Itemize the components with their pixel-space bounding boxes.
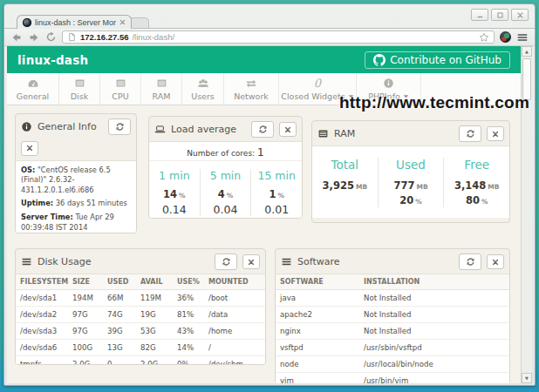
- table-cell: 97G: [68, 323, 103, 340]
- nav-item-label-row: Network: [234, 91, 269, 101]
- back-icon[interactable]: [10, 31, 23, 44]
- minimize-icon[interactable]: [471, 9, 488, 21]
- table-cell: 66M: [103, 290, 136, 307]
- table-cell: /dev/sda1: [16, 290, 68, 307]
- load-average-columns: 1 min14%0.145 min4%0.0415 min1%0.01: [149, 161, 302, 219]
- reload-icon[interactable]: [45, 31, 57, 43]
- table-cell: vsftpd: [276, 340, 359, 356]
- table-cell: 100G: [68, 340, 103, 356]
- refresh-button[interactable]: [215, 253, 237, 270]
- nav-item-general[interactable]: General: [7, 73, 59, 105]
- table-row: node/usr/local/bin/node: [276, 356, 509, 373]
- close-widget-button[interactable]: [242, 254, 260, 269]
- close-widget-button[interactable]: [487, 254, 504, 269]
- ram-amount: 3,148MB: [444, 179, 509, 193]
- nav-item-cpu[interactable]: CPU: [100, 73, 141, 105]
- table-cell: 13G: [103, 340, 136, 356]
- info-field: Server Time: Tue Apr 29 00:39:48 IST 201…: [21, 213, 131, 233]
- window-close-icon[interactable]: [511, 9, 529, 21]
- table-row: /dev/sda397G39G53G43%/home: [16, 323, 265, 340]
- tab-title: linux-dash : Server Mon: [35, 18, 116, 27]
- info-field-label: OS:: [21, 166, 35, 174]
- ram-amount: 3,925MB: [312, 179, 378, 193]
- cores-line: Number of cores: 1: [149, 142, 302, 161]
- table-row: vsftpd/usr/sbin/vsftpd: [276, 340, 509, 356]
- nav-item-label: Network: [234, 91, 269, 101]
- table-row: tmpfs2.0G02.0G0%/dev/shm: [16, 356, 265, 366]
- nav-item-label: RAM: [153, 91, 171, 101]
- star-icon[interactable]: [479, 32, 489, 43]
- app-brand: linux-dash: [17, 53, 88, 67]
- nav-item-label: Disk: [71, 91, 88, 101]
- menu-icon[interactable]: [516, 31, 529, 44]
- table-cell: 2.0G: [68, 356, 103, 366]
- refresh-button[interactable]: [108, 118, 131, 135]
- cores-label: Number of cores:: [187, 149, 255, 158]
- table-cell: /usr/bin/vim: [359, 373, 509, 384]
- table-cell: /: [204, 340, 265, 356]
- nav-item-disk[interactable]: Disk: [59, 73, 100, 105]
- table-cell: 0%: [173, 356, 204, 366]
- info-icon: [383, 78, 394, 90]
- address-bar[interactable]: 172.16.27.56/linux-dash/: [62, 30, 495, 44]
- refresh-button[interactable]: [459, 253, 481, 270]
- widget-title: Software: [297, 256, 340, 267]
- scroll-up-icon[interactable]: ▲: [522, 46, 532, 57]
- cores-value: 1: [257, 146, 264, 159]
- nav-item-users[interactable]: Users: [182, 73, 224, 105]
- load-period-label: 5 min: [201, 169, 251, 182]
- widget-ram: RAM Total3,925MBUsed777MB20%Free3,148MB8…: [311, 120, 510, 223]
- table-cell: java: [276, 290, 359, 307]
- window-controls: [471, 9, 529, 21]
- ram-column: Free3,148MB80%: [443, 158, 509, 207]
- load-period-label: 15 min: [251, 169, 302, 182]
- ram-percent: 80%: [444, 193, 509, 208]
- app-header: linux-dash Contribute on GitHub: [7, 46, 521, 73]
- gauge-icon: [27, 78, 39, 90]
- page-icon: [67, 32, 77, 42]
- close-widget-button[interactable]: [279, 122, 297, 137]
- browser-tab[interactable]: linux-dash : Server Mon: [17, 15, 132, 29]
- nav-item-label: General: [17, 91, 49, 101]
- table-cell: 74G: [103, 307, 136, 323]
- maximize-icon[interactable]: [491, 9, 508, 21]
- nav-item-label-row: General: [17, 91, 49, 101]
- table-cell: /home: [204, 323, 265, 340]
- laptop-icon: [154, 124, 166, 135]
- nav-item-network[interactable]: Network: [224, 73, 279, 105]
- extension-icon[interactable]: [500, 31, 511, 43]
- ram-amount-value: 777: [393, 179, 414, 192]
- table-row: apache2Not Installed: [276, 307, 509, 323]
- table-row: /dev/sda1194M66M119M36%/boot: [16, 290, 265, 307]
- forward-icon[interactable]: [28, 31, 40, 44]
- info-field: Uptime: 36 days 51 minutes: [21, 199, 131, 209]
- list-icon: [281, 256, 292, 267]
- table-cell: /dev/sda3: [16, 323, 68, 340]
- desktop-background: linux-dash : Server Mon 172.16.27.56/lin…: [0, 0, 539, 392]
- nav-item-label-row: Disk: [71, 91, 88, 101]
- ram-columns: Total3,925MBUsed777MB20%Free3,148MB80%: [312, 146, 509, 218]
- load-average-body: Number of cores: 1 1 min14%0.145 min4%0.…: [149, 141, 302, 219]
- disk-usage-body: FILESYSTEMSIZEUSEDAVAILUSE%MOUNTED/dev/s…: [16, 274, 265, 365]
- column-header: USED: [103, 274, 136, 290]
- scroll-down-icon[interactable]: ▼: [522, 373, 532, 383]
- tab-close-icon[interactable]: [119, 19, 126, 25]
- table-header: FILESYSTEMSIZEUSEDAVAILUSE%MOUNTED: [16, 274, 265, 290]
- list-icon: [21, 256, 32, 267]
- widget-title: General Info: [38, 121, 97, 132]
- refresh-button[interactable]: [251, 121, 274, 138]
- close-widget-button[interactable]: [487, 126, 504, 141]
- nav-item-ram[interactable]: RAM: [141, 73, 182, 105]
- ram-percent: 20%: [379, 193, 444, 208]
- github-link[interactable]: Contribute on GitHub: [365, 51, 510, 69]
- table-icon: [156, 78, 167, 90]
- load-percent-value: 4: [218, 188, 225, 200]
- info-field: OS: "CentOS release 6.5 (Final)" 2.6.32-…: [21, 166, 131, 196]
- close-widget-button[interactable]: [21, 141, 38, 156]
- widget-software: Software SOFTWAREINSTALLATIONjavaNot Ins…: [275, 248, 510, 383]
- info-field-value: 36 days 51 minutes: [53, 199, 127, 207]
- column-header: FILESYSTEM: [16, 274, 68, 290]
- refresh-button[interactable]: [459, 125, 481, 142]
- table-cell: 97G: [68, 307, 103, 323]
- ram-column-label: Free: [444, 158, 509, 172]
